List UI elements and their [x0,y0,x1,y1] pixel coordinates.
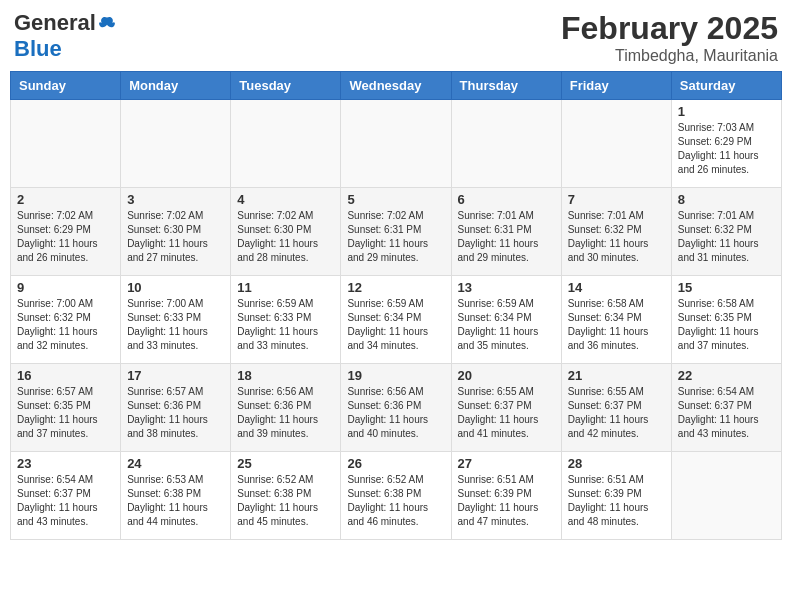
day-number: 3 [127,192,224,207]
day-info: Sunrise: 7:00 AM Sunset: 6:33 PM Dayligh… [127,297,224,353]
day-info: Sunrise: 6:56 AM Sunset: 6:36 PM Dayligh… [347,385,444,441]
calendar-cell: 3Sunrise: 7:02 AM Sunset: 6:30 PM Daylig… [121,188,231,276]
calendar-cell [11,100,121,188]
calendar-cell: 5Sunrise: 7:02 AM Sunset: 6:31 PM Daylig… [341,188,451,276]
calendar-cell: 2Sunrise: 7:02 AM Sunset: 6:29 PM Daylig… [11,188,121,276]
day-number: 25 [237,456,334,471]
day-number: 1 [678,104,775,119]
day-info: Sunrise: 6:58 AM Sunset: 6:34 PM Dayligh… [568,297,665,353]
day-number: 21 [568,368,665,383]
day-number: 15 [678,280,775,295]
day-number: 7 [568,192,665,207]
day-number: 6 [458,192,555,207]
day-info: Sunrise: 7:02 AM Sunset: 6:31 PM Dayligh… [347,209,444,265]
calendar-cell: 11Sunrise: 6:59 AM Sunset: 6:33 PM Dayli… [231,276,341,364]
day-info: Sunrise: 7:02 AM Sunset: 6:30 PM Dayligh… [127,209,224,265]
page-header: General Blue February 2025 Timbedgha, Ma… [10,10,782,65]
location-subtitle: Timbedgha, Mauritania [561,47,778,65]
day-info: Sunrise: 6:52 AM Sunset: 6:38 PM Dayligh… [237,473,334,529]
day-number: 28 [568,456,665,471]
calendar-week-5: 23Sunrise: 6:54 AM Sunset: 6:37 PM Dayli… [11,452,782,540]
day-number: 4 [237,192,334,207]
calendar-cell: 22Sunrise: 6:54 AM Sunset: 6:37 PM Dayli… [671,364,781,452]
calendar-cell: 8Sunrise: 7:01 AM Sunset: 6:32 PM Daylig… [671,188,781,276]
day-number: 16 [17,368,114,383]
day-info: Sunrise: 6:51 AM Sunset: 6:39 PM Dayligh… [458,473,555,529]
day-number: 11 [237,280,334,295]
calendar-cell [671,452,781,540]
day-info: Sunrise: 7:00 AM Sunset: 6:32 PM Dayligh… [17,297,114,353]
day-number: 17 [127,368,224,383]
logo-blue-text: Blue [14,36,62,62]
logo-bird-icon [98,14,116,32]
day-info: Sunrise: 7:03 AM Sunset: 6:29 PM Dayligh… [678,121,775,177]
day-number: 8 [678,192,775,207]
day-number: 20 [458,368,555,383]
weekday-header-saturday: Saturday [671,72,781,100]
day-number: 13 [458,280,555,295]
calendar-table: SundayMondayTuesdayWednesdayThursdayFrid… [10,71,782,540]
day-info: Sunrise: 6:57 AM Sunset: 6:35 PM Dayligh… [17,385,114,441]
day-info: Sunrise: 6:53 AM Sunset: 6:38 PM Dayligh… [127,473,224,529]
day-number: 12 [347,280,444,295]
day-number: 14 [568,280,665,295]
calendar-cell: 26Sunrise: 6:52 AM Sunset: 6:38 PM Dayli… [341,452,451,540]
calendar-cell: 24Sunrise: 6:53 AM Sunset: 6:38 PM Dayli… [121,452,231,540]
day-info: Sunrise: 6:51 AM Sunset: 6:39 PM Dayligh… [568,473,665,529]
day-info: Sunrise: 6:52 AM Sunset: 6:38 PM Dayligh… [347,473,444,529]
logo: General Blue [14,10,116,62]
month-year-title: February 2025 [561,10,778,47]
calendar-cell: 4Sunrise: 7:02 AM Sunset: 6:30 PM Daylig… [231,188,341,276]
weekday-header-monday: Monday [121,72,231,100]
calendar-cell: 21Sunrise: 6:55 AM Sunset: 6:37 PM Dayli… [561,364,671,452]
calendar-cell: 6Sunrise: 7:01 AM Sunset: 6:31 PM Daylig… [451,188,561,276]
day-number: 26 [347,456,444,471]
calendar-cell [231,100,341,188]
day-number: 10 [127,280,224,295]
calendar-cell: 14Sunrise: 6:58 AM Sunset: 6:34 PM Dayli… [561,276,671,364]
calendar-cell: 19Sunrise: 6:56 AM Sunset: 6:36 PM Dayli… [341,364,451,452]
calendar-cell: 20Sunrise: 6:55 AM Sunset: 6:37 PM Dayli… [451,364,561,452]
calendar-cell [341,100,451,188]
title-block: February 2025 Timbedgha, Mauritania [561,10,778,65]
calendar-cell: 23Sunrise: 6:54 AM Sunset: 6:37 PM Dayli… [11,452,121,540]
day-number: 9 [17,280,114,295]
calendar-cell: 1Sunrise: 7:03 AM Sunset: 6:29 PM Daylig… [671,100,781,188]
day-info: Sunrise: 7:02 AM Sunset: 6:29 PM Dayligh… [17,209,114,265]
day-info: Sunrise: 6:58 AM Sunset: 6:35 PM Dayligh… [678,297,775,353]
calendar-cell: 28Sunrise: 6:51 AM Sunset: 6:39 PM Dayli… [561,452,671,540]
calendar-cell: 17Sunrise: 6:57 AM Sunset: 6:36 PM Dayli… [121,364,231,452]
day-info: Sunrise: 6:55 AM Sunset: 6:37 PM Dayligh… [568,385,665,441]
weekday-header-thursday: Thursday [451,72,561,100]
day-info: Sunrise: 6:59 AM Sunset: 6:33 PM Dayligh… [237,297,334,353]
calendar-cell: 25Sunrise: 6:52 AM Sunset: 6:38 PM Dayli… [231,452,341,540]
day-number: 2 [17,192,114,207]
calendar-cell: 15Sunrise: 6:58 AM Sunset: 6:35 PM Dayli… [671,276,781,364]
day-info: Sunrise: 6:59 AM Sunset: 6:34 PM Dayligh… [458,297,555,353]
day-info: Sunrise: 6:55 AM Sunset: 6:37 PM Dayligh… [458,385,555,441]
calendar-cell: 18Sunrise: 6:56 AM Sunset: 6:36 PM Dayli… [231,364,341,452]
day-number: 22 [678,368,775,383]
weekday-header-sunday: Sunday [11,72,121,100]
calendar-cell [451,100,561,188]
calendar-cell: 10Sunrise: 7:00 AM Sunset: 6:33 PM Dayli… [121,276,231,364]
weekday-header-tuesday: Tuesday [231,72,341,100]
day-info: Sunrise: 6:54 AM Sunset: 6:37 PM Dayligh… [17,473,114,529]
day-info: Sunrise: 7:01 AM Sunset: 6:32 PM Dayligh… [678,209,775,265]
day-number: 24 [127,456,224,471]
logo-general-text: General [14,10,96,36]
calendar-cell: 9Sunrise: 7:00 AM Sunset: 6:32 PM Daylig… [11,276,121,364]
day-info: Sunrise: 6:57 AM Sunset: 6:36 PM Dayligh… [127,385,224,441]
calendar-cell [561,100,671,188]
day-number: 5 [347,192,444,207]
day-info: Sunrise: 6:54 AM Sunset: 6:37 PM Dayligh… [678,385,775,441]
calendar-week-3: 9Sunrise: 7:00 AM Sunset: 6:32 PM Daylig… [11,276,782,364]
calendar-week-4: 16Sunrise: 6:57 AM Sunset: 6:35 PM Dayli… [11,364,782,452]
day-info: Sunrise: 6:59 AM Sunset: 6:34 PM Dayligh… [347,297,444,353]
calendar-cell: 27Sunrise: 6:51 AM Sunset: 6:39 PM Dayli… [451,452,561,540]
day-info: Sunrise: 7:01 AM Sunset: 6:32 PM Dayligh… [568,209,665,265]
calendar-week-2: 2Sunrise: 7:02 AM Sunset: 6:29 PM Daylig… [11,188,782,276]
day-number: 27 [458,456,555,471]
calendar-cell: 13Sunrise: 6:59 AM Sunset: 6:34 PM Dayli… [451,276,561,364]
weekday-header-row: SundayMondayTuesdayWednesdayThursdayFrid… [11,72,782,100]
